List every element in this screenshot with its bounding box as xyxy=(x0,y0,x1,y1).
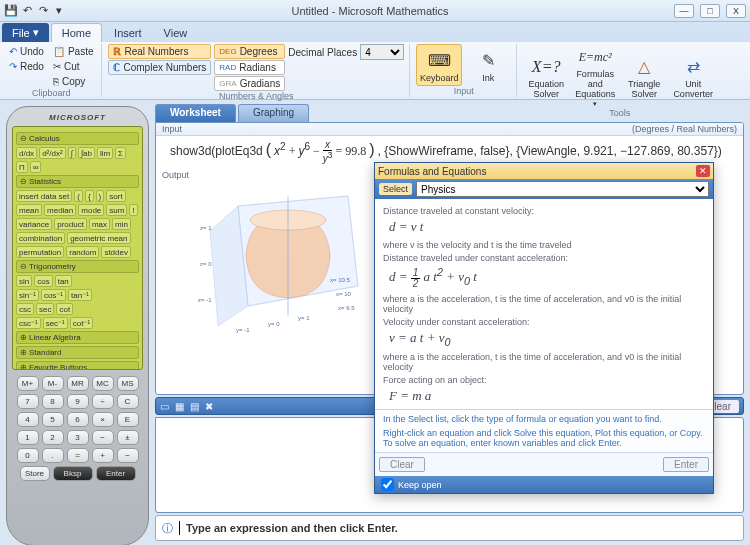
file-tab[interactable]: File▾ xyxy=(2,23,49,42)
calc-chip[interactable]: insert data set xyxy=(16,190,72,202)
cat-fav[interactable]: ⊕Favorite Buttons xyxy=(16,361,139,370)
calc-chip[interactable]: lim xyxy=(97,147,113,159)
calc-chip[interactable]: d²/dx² xyxy=(39,147,65,159)
calc-chip[interactable]: sec⁻¹ xyxy=(43,317,68,329)
radians-button[interactable]: RADRadians xyxy=(214,60,285,75)
formula-eq[interactable]: d = 12 a t2 + v0 t xyxy=(383,264,705,291)
gradians-button[interactable]: GRAGradians xyxy=(214,76,285,91)
calc-chip[interactable]: combination xyxy=(16,232,65,244)
qat-undo-icon[interactable]: ↶ xyxy=(20,4,34,18)
calc-key-store[interactable]: Store xyxy=(20,466,50,481)
tool-icon[interactable]: ▤ xyxy=(190,401,199,412)
formula-eq[interactable]: F = m a xyxy=(383,386,705,406)
minimize-button[interactable]: — xyxy=(674,4,694,18)
calc-chip[interactable]: d/dx xyxy=(16,147,37,159)
formulas-button[interactable]: E=mc²Formulas and Equations▾ xyxy=(572,44,618,108)
calc-chip[interactable]: tan xyxy=(55,275,72,287)
calc-key[interactable]: ÷ xyxy=(92,394,114,409)
calc-chip[interactable]: ∫ab xyxy=(78,147,95,159)
calc-chip[interactable]: sec xyxy=(36,303,54,315)
tab-worksheet[interactable]: Worksheet xyxy=(155,104,236,122)
calc-chip[interactable]: cos xyxy=(34,275,52,287)
unit-converter-button[interactable]: ⇄Unit Converter xyxy=(670,44,716,108)
calc-chip[interactable]: ) xyxy=(96,190,105,202)
qat-dropdown-icon[interactable]: ▾ xyxy=(52,4,66,18)
calc-chip[interactable]: ( xyxy=(74,190,83,202)
calc-chip[interactable]: csc⁻¹ xyxy=(16,317,41,329)
keep-open-row[interactable]: Keep open xyxy=(375,476,713,493)
calc-key[interactable]: MC xyxy=(92,376,114,391)
calc-chip[interactable]: mode xyxy=(78,204,104,216)
expression-bar[interactable]: ⓘ Type an expression and then click Ente… xyxy=(155,515,744,541)
calc-key[interactable]: 0 xyxy=(17,448,39,463)
calc-chip[interactable]: cos⁻¹ xyxy=(41,289,66,301)
calc-chip[interactable]: ! xyxy=(129,204,137,216)
calc-chip[interactable]: geometric mean xyxy=(67,232,130,244)
calc-key[interactable]: 6 xyxy=(67,412,89,427)
calc-chip[interactable]: Σ xyxy=(115,147,126,159)
formula-eq[interactable]: d = v t xyxy=(383,217,705,237)
calc-chip[interactable]: sin xyxy=(16,275,32,287)
calc-key[interactable]: ± xyxy=(117,430,139,445)
plot-3d[interactable]: z= 1 z= 0 z= -1 y= -1 y= 0 y= 1 x= 10.5 … xyxy=(198,186,378,346)
cat-statistics[interactable]: ⊖Statistics xyxy=(16,175,139,188)
paste-button[interactable]: 📋Paste xyxy=(50,44,97,58)
keyboard-button[interactable]: ⌨Keyboard xyxy=(416,44,462,86)
calc-key-enter[interactable]: Enter xyxy=(96,466,136,481)
calc-key[interactable]: E xyxy=(117,412,139,427)
calc-key[interactable]: − xyxy=(117,448,139,463)
calc-key[interactable]: . xyxy=(42,448,64,463)
calc-key[interactable]: 1 xyxy=(17,430,39,445)
calc-chip[interactable]: variance xyxy=(16,218,52,230)
maximize-button[interactable]: □ xyxy=(700,4,720,18)
calc-chip[interactable]: product xyxy=(54,218,87,230)
calc-chip[interactable]: csc xyxy=(16,303,34,315)
cat-standard[interactable]: ⊕Standard xyxy=(16,346,139,359)
calc-key[interactable]: + xyxy=(92,448,114,463)
close-button[interactable]: X xyxy=(726,4,746,18)
triangle-solver-button[interactable]: △Triangle Solver xyxy=(621,44,667,108)
tab-insert[interactable]: Insert xyxy=(104,24,152,42)
qat-redo-icon[interactable]: ↷ xyxy=(36,4,50,18)
tool-icon[interactable]: ✖ xyxy=(205,401,213,412)
calc-chip[interactable]: stddev xyxy=(101,246,131,258)
calc-chip[interactable]: cot⁻¹ xyxy=(70,317,93,329)
qat-save-icon[interactable]: 💾 xyxy=(4,4,18,18)
calc-chip[interactable]: Π xyxy=(16,161,28,173)
calc-chip[interactable]: max xyxy=(89,218,110,230)
cat-trig[interactable]: ⊖Trigonometry xyxy=(16,260,139,273)
calc-key[interactable]: × xyxy=(92,412,114,427)
category-select[interactable]: Physics xyxy=(416,181,709,197)
equation-solver-button[interactable]: X=?Equation Solver xyxy=(523,44,569,108)
tool-icon[interactable]: ▦ xyxy=(175,401,184,412)
dialog-titlebar[interactable]: Formulas and Equations ✕ xyxy=(375,163,713,179)
cat-calculus[interactable]: ⊖Calculus xyxy=(16,132,139,145)
redo-button[interactable]: ↷Redo xyxy=(6,59,47,73)
undo-button[interactable]: ↶Undo xyxy=(6,44,47,58)
cut-button[interactable]: ✂Cut xyxy=(50,59,97,73)
calc-chip[interactable]: permutation xyxy=(16,246,64,258)
calc-key[interactable]: 8 xyxy=(42,394,64,409)
calc-chip[interactable]: tan⁻¹ xyxy=(68,289,92,301)
calc-key[interactable]: = xyxy=(67,448,89,463)
tab-home[interactable]: Home xyxy=(51,23,102,42)
cat-linear[interactable]: ⊕Linear Algebra xyxy=(16,331,139,344)
calc-key[interactable]: 7 xyxy=(17,394,39,409)
calc-key[interactable]: 9 xyxy=(67,394,89,409)
keep-open-checkbox[interactable] xyxy=(381,478,394,491)
degrees-button[interactable]: DEGDegrees xyxy=(214,44,285,59)
complex-numbers-button[interactable]: ℂComplex Numbers xyxy=(108,60,211,75)
calc-chip[interactable]: ∞ xyxy=(30,161,42,173)
calc-chip[interactable]: cot xyxy=(56,303,73,315)
calc-key[interactable]: M- xyxy=(42,376,64,391)
calc-key[interactable]: − xyxy=(92,430,114,445)
ink-button[interactable]: ✎Ink xyxy=(465,44,511,86)
calc-chip[interactable]: sum xyxy=(106,204,127,216)
real-numbers-button[interactable]: ℝReal Numbers xyxy=(108,44,211,59)
calc-chip[interactable]: { xyxy=(85,190,94,202)
calc-chip[interactable]: median xyxy=(44,204,76,216)
calc-key[interactable]: MS xyxy=(117,376,139,391)
calc-chip[interactable]: mean xyxy=(16,204,42,216)
dialog-clear-button[interactable]: Clear xyxy=(379,457,425,472)
formula-eq[interactable]: v = a t + v0 xyxy=(383,328,705,350)
